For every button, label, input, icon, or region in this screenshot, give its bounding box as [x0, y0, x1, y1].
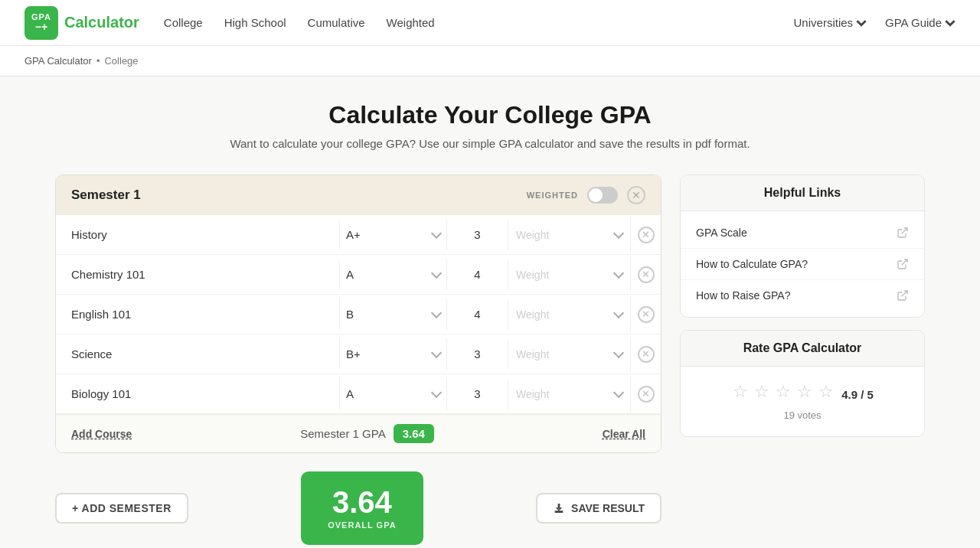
nav-gpa-guide[interactable]: GPA Guide [885, 16, 956, 29]
course-grade-select[interactable]: B [339, 298, 446, 330]
helpful-links-card: Helpful Links GPA Scale How to Calculate… [680, 175, 925, 318]
list-item[interactable]: How to Calculate GPA? [681, 249, 924, 280]
table-row: Science B+ 3 Weight ✕ [56, 334, 661, 374]
course-weight-select[interactable]: Weight [508, 339, 630, 370]
nav-cumulative[interactable]: Cumulative [308, 16, 365, 29]
semester-header: Semester 1 WEIGHTED ✕ [56, 175, 661, 215]
link-label: GPA Scale [696, 227, 747, 239]
course-credits: 4 [446, 298, 508, 330]
nav-universities[interactable]: Universities [794, 16, 867, 29]
download-icon [553, 502, 565, 514]
list-item[interactable]: GPA Scale [681, 217, 924, 249]
svg-line-2 [902, 291, 907, 296]
clear-all-button[interactable]: Clear All [603, 428, 645, 440]
course-name: History [56, 219, 339, 250]
star-4[interactable]: ☆ [795, 382, 814, 400]
sidebar: Helpful Links GPA Scale How to Calculate… [680, 175, 925, 437]
course-grade-select[interactable]: B+ [339, 338, 446, 370]
course-weight-select[interactable]: Weight [508, 299, 630, 330]
main-content: Calculate Your College GPA Want to calcu… [31, 77, 949, 548]
page-subtitle: Want to calculate your college GPA? Use … [55, 137, 925, 150]
semester-gpa-label: Semester 1 GPA [300, 427, 385, 440]
content-grid: Semester 1 WEIGHTED ✕ History A+ [55, 175, 925, 545]
courses-list: History A+ 3 Weight ✕ [56, 215, 661, 414]
nav-weighted[interactable]: Weighted [387, 16, 435, 29]
star-1[interactable]: ☆ [731, 382, 750, 400]
course-weight-select[interactable]: Weight [508, 259, 630, 290]
course-credits: 3 [446, 378, 508, 409]
course-grade-select[interactable]: A [339, 259, 446, 290]
breadcrumb-current: College [104, 55, 138, 67]
delete-course-button[interactable]: ✕ [638, 266, 655, 283]
chevron-down-icon [431, 307, 442, 318]
grade-value: A [346, 387, 354, 400]
course-delete-cell: ✕ [630, 337, 661, 372]
add-semester-button[interactable]: + ADD SEMESTER [55, 493, 188, 524]
save-result-button[interactable]: SAVE RESULT [536, 493, 662, 524]
external-link-icon [897, 258, 909, 270]
logo[interactable]: GPA −+ Calculator [24, 6, 139, 40]
delete-course-button[interactable]: ✕ [638, 227, 655, 243]
semester-header-right: WEIGHTED ✕ [527, 186, 645, 204]
nav-high-school[interactable]: High School [224, 16, 286, 29]
nav-links: College High School Cumulative Weighted [164, 16, 769, 29]
course-weight-select[interactable]: Weight [508, 220, 630, 250]
star-2[interactable]: ☆ [753, 382, 771, 400]
left-column: Semester 1 WEIGHTED ✕ History A+ [55, 175, 662, 545]
grade-value: B [346, 308, 354, 321]
logo-calculator-text: Calculator [64, 14, 139, 31]
logo-name: Calculator [64, 14, 139, 31]
nav-college[interactable]: College [164, 16, 203, 29]
rating-out-of: 5 [867, 388, 874, 401]
add-course-button[interactable]: Add Course [71, 428, 132, 440]
star-3[interactable]: ☆ [774, 382, 792, 400]
course-grade-select[interactable]: A+ [339, 219, 446, 250]
bottom-bar: + ADD SEMESTER 3.64 OVERALL GPA SAVE RES… [55, 471, 662, 545]
hero-section: Calculate Your College GPA Want to calcu… [55, 101, 925, 150]
helpful-links-title: Helpful Links [681, 175, 924, 211]
course-grade-select[interactable]: A [339, 378, 446, 409]
course-delete-cell: ✕ [630, 297, 661, 332]
course-name: English 101 [56, 298, 339, 330]
delete-course-button[interactable]: ✕ [638, 346, 655, 363]
course-delete-cell: ✕ [630, 377, 661, 412]
helpful-links-list: GPA Scale How to Calculate GPA? How to R… [681, 211, 924, 317]
nav-right: Universities GPA Guide [794, 16, 956, 29]
svg-line-0 [902, 228, 907, 233]
semester-gpa-badge: 3.64 [394, 424, 434, 443]
course-credits: 4 [446, 259, 508, 290]
star-rating: ☆ ☆ ☆ ☆ ☆ [731, 382, 835, 400]
overall-gpa-card: 3.64 OVERALL GPA [301, 471, 423, 545]
semester-gpa-display: Semester 1 GPA 3.64 [132, 424, 602, 443]
chevron-down-icon [613, 347, 624, 357]
nav-universities-label: Universities [794, 16, 854, 29]
star-5[interactable]: ☆ [817, 382, 835, 400]
weighted-toggle[interactable] [587, 187, 618, 204]
logo-icon: GPA −+ [24, 6, 58, 40]
course-credits: 3 [446, 219, 508, 250]
list-item[interactable]: How to Raise GPA? [681, 280, 924, 311]
rating-number: 4.9 [841, 388, 858, 401]
delete-course-button[interactable]: ✕ [638, 306, 655, 323]
grade-value: A+ [346, 228, 361, 241]
nav-gpa-guide-label: GPA Guide [885, 16, 942, 29]
breadcrumb-root[interactable]: GPA Calculator [24, 55, 92, 67]
weight-value: Weight [516, 348, 549, 360]
delete-course-button[interactable]: ✕ [638, 386, 655, 403]
stars-row: ☆ ☆ ☆ ☆ ☆ 4.9 / 5 [696, 382, 909, 406]
svg-line-1 [902, 259, 907, 265]
course-delete-cell: ✕ [630, 217, 661, 253]
course-name: Biology 101 [56, 378, 339, 409]
semester-close-button[interactable]: ✕ [627, 186, 645, 204]
link-label: How to Raise GPA? [696, 289, 790, 302]
weight-value: Weight [516, 308, 549, 321]
table-row: English 101 B 4 Weight ✕ [56, 295, 661, 334]
external-link-icon [897, 227, 909, 239]
logo-symbols: −+ [35, 21, 47, 32]
chevron-down-icon [431, 227, 442, 238]
course-weight-select[interactable]: Weight [508, 379, 630, 409]
table-row: Chemistry 101 A 4 Weight ✕ [56, 255, 661, 295]
rate-card-body: ☆ ☆ ☆ ☆ ☆ 4.9 / 5 19 votes [681, 367, 924, 436]
grade-value: B+ [346, 347, 361, 360]
course-credits: 3 [446, 338, 508, 370]
